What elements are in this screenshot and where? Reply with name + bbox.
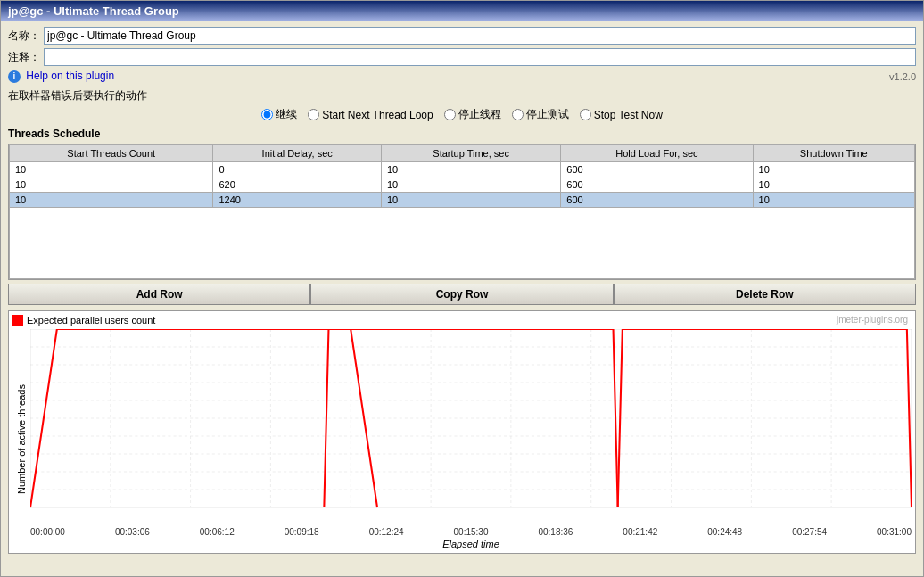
window-title: jp@gc - Ultimate Thread Group bbox=[8, 4, 179, 18]
cell-start-2[interactable]: 10 bbox=[10, 193, 213, 208]
radio-next-loop-input[interactable] bbox=[308, 109, 319, 120]
name-label: 名称： bbox=[8, 29, 44, 44]
radio-stop-test-input[interactable] bbox=[512, 109, 524, 120]
title-bar: jp@gc - Ultimate Thread Group bbox=[1, 1, 923, 21]
name-row: 名称： bbox=[8, 27, 916, 45]
y-axis-label: Number of active threads bbox=[12, 329, 30, 549]
x-tick-3: 00:09:18 bbox=[285, 527, 319, 537]
legend-label: Expected parallel users count bbox=[27, 315, 155, 326]
version-label: v1.2.0 bbox=[889, 71, 916, 82]
chart-watermark: jmeter-plugins.org bbox=[837, 315, 908, 325]
x-tick-5: 00:15:30 bbox=[454, 527, 489, 537]
x-axis-labels: 00:00:00 00:03:06 00:06:12 00:09:18 00:1… bbox=[30, 527, 912, 537]
comment-row: 注释： bbox=[8, 48, 916, 66]
chart-area: 0 1 2 3 4 5 6 7 8 9 10 bbox=[30, 329, 912, 549]
table-row[interactable]: 1001060010 bbox=[10, 162, 915, 177]
x-tick-10: 00:31:00 bbox=[877, 527, 912, 537]
threads-schedule-title: Threads Schedule bbox=[8, 128, 916, 140]
x-tick-4: 00:12:24 bbox=[369, 527, 404, 537]
x-tick-8: 00:24:48 bbox=[707, 527, 742, 537]
main-window: jp@gc - Ultimate Thread Group 名称： 注释： i … bbox=[0, 0, 924, 577]
chart-wrapper: Number of active threads bbox=[12, 329, 912, 549]
radio-stop-now-label: Stop Test Now bbox=[594, 109, 663, 121]
col-initial-delay: Initial Delay, sec bbox=[213, 145, 381, 162]
comment-label: 注释： bbox=[8, 50, 44, 65]
name-input[interactable] bbox=[44, 27, 916, 45]
cell-shutdown-0[interactable]: 10 bbox=[753, 162, 914, 177]
col-hold-load: Hold Load For, sec bbox=[561, 145, 753, 162]
radio-stop-test-label: 停止测试 bbox=[526, 107, 569, 122]
copy-row-button[interactable]: Copy Row bbox=[310, 284, 613, 305]
delete-row-button[interactable]: Delete Row bbox=[614, 284, 916, 305]
radio-continue-label: 继续 bbox=[276, 107, 297, 122]
x-tick-1: 00:03:06 bbox=[115, 527, 150, 537]
help-row: i Help on this plugin v1.2.0 bbox=[8, 70, 916, 83]
cell-startup-1[interactable]: 10 bbox=[381, 177, 560, 193]
table-row[interactable]: 106201060010 bbox=[10, 177, 915, 193]
cell-shutdown-1[interactable]: 10 bbox=[753, 177, 914, 193]
radio-continue-input[interactable] bbox=[261, 109, 273, 120]
error-action-label: 在取样器错误后要执行的动作 bbox=[8, 88, 916, 103]
table-header-row: Start Threads Count Initial Delay, sec S… bbox=[10, 145, 915, 162]
help-link[interactable]: Help on this plugin bbox=[26, 70, 114, 82]
radio-stop-now: Stop Test Now bbox=[580, 109, 663, 121]
cell-startup-2[interactable]: 10 bbox=[381, 193, 560, 208]
radio-stop-now-input[interactable] bbox=[580, 109, 591, 120]
cell-hold-2[interactable]: 600 bbox=[561, 193, 753, 208]
x-tick-2: 00:06:12 bbox=[200, 527, 235, 537]
cell-shutdown-2[interactable]: 10 bbox=[753, 193, 914, 208]
radio-stop-thread: 停止线程 bbox=[444, 107, 501, 122]
cell-start-1[interactable]: 10 bbox=[10, 177, 213, 193]
main-content: 名称： 注释： i Help on this plugin v1.2.0 在取样… bbox=[1, 21, 923, 559]
add-row-button[interactable]: Add Row bbox=[8, 284, 310, 305]
comment-input[interactable] bbox=[44, 48, 916, 66]
cell-start-0[interactable]: 10 bbox=[10, 162, 213, 177]
x-axis-label: Elapsed time bbox=[30, 539, 912, 549]
chart-section: jmeter-plugins.org Expected parallel use… bbox=[8, 310, 916, 554]
table-container: Start Threads Count Initial Delay, sec S… bbox=[8, 144, 916, 280]
error-action-section: 在取样器错误后要执行的动作 继续 Start Next Thread Loop … bbox=[8, 88, 916, 122]
threads-schedule-section: Threads Schedule Start Threads Count Ini… bbox=[8, 128, 916, 305]
table-button-row: Add Row Copy Row Delete Row bbox=[8, 284, 916, 305]
x-tick-9: 00:27:54 bbox=[792, 527, 827, 537]
cell-hold-0[interactable]: 600 bbox=[561, 162, 753, 177]
radio-stop-thread-input[interactable] bbox=[444, 109, 456, 120]
legend-color-box bbox=[12, 315, 23, 326]
radio-stop-test: 停止测试 bbox=[512, 107, 569, 122]
x-tick-6: 00:18:36 bbox=[538, 527, 573, 537]
radio-next-loop-label: Start Next Thread Loop bbox=[322, 109, 433, 121]
radio-next-loop: Start Next Thread Loop bbox=[308, 109, 433, 121]
cell-startup-0[interactable]: 10 bbox=[381, 162, 560, 177]
cell-delay-0[interactable]: 0 bbox=[213, 162, 381, 177]
schedule-table: Start Threads Count Initial Delay, sec S… bbox=[9, 144, 915, 208]
col-startup-time: Startup Time, sec bbox=[381, 145, 560, 162]
chart-svg: 0 1 2 3 4 5 6 7 8 9 10 bbox=[30, 329, 912, 525]
radio-stop-thread-label: 停止线程 bbox=[458, 107, 501, 122]
x-tick-7: 00:21:42 bbox=[623, 527, 657, 537]
chart-legend: Expected parallel users count bbox=[12, 315, 912, 326]
cell-delay-2[interactable]: 1240 bbox=[213, 193, 381, 208]
radio-continue: 继续 bbox=[261, 107, 297, 122]
cell-delay-1[interactable]: 620 bbox=[213, 177, 381, 193]
table-row[interactable]: 1012401060010 bbox=[10, 193, 915, 208]
col-start-threads: Start Threads Count bbox=[10, 145, 213, 162]
cell-hold-1[interactable]: 600 bbox=[561, 177, 753, 193]
col-shutdown: Shutdown Time bbox=[753, 145, 914, 162]
help-link-container: i Help on this plugin bbox=[8, 70, 114, 83]
x-tick-0: 00:00:00 bbox=[30, 527, 65, 537]
info-icon: i bbox=[8, 70, 21, 83]
radio-group: 继续 Start Next Thread Loop 停止线程 停止测试 Stop… bbox=[8, 107, 916, 122]
empty-table-area bbox=[9, 208, 915, 279]
